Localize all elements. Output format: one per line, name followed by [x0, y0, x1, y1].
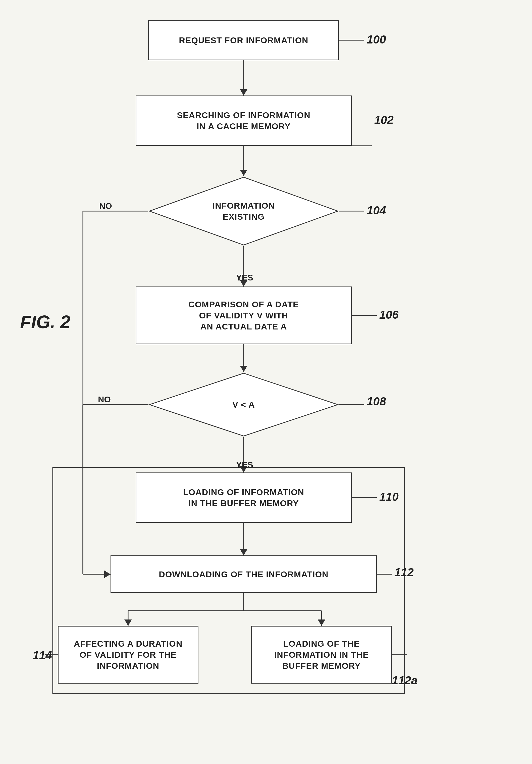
- node-100: REQUEST FOR INFORMATION: [148, 20, 339, 60]
- node-108-text: V < A: [232, 399, 255, 410]
- svg-marker-11: [240, 366, 247, 372]
- node-106: COMPARISON OF A DATE OF VALIDITY V WITH …: [136, 286, 352, 344]
- node-110: LOADING OF INFORMATION IN THE BUFFER MEM…: [136, 473, 352, 523]
- fig-label: FIG. 2: [20, 312, 70, 332]
- svg-marker-1: [240, 89, 247, 96]
- ref-102: 102: [374, 113, 394, 127]
- ref-110: 110: [379, 490, 399, 504]
- node-108: V < A: [148, 372, 339, 437]
- no-label-108: NO: [98, 395, 111, 404]
- svg-marker-22: [124, 620, 132, 626]
- node-114: AFFECTING A DURATION OF VALIDITY FOR THE…: [58, 626, 199, 683]
- svg-marker-3: [240, 170, 247, 176]
- svg-marker-17: [240, 549, 247, 555]
- svg-marker-25: [318, 620, 325, 626]
- no-label-104: NO: [99, 201, 112, 211]
- node-112a: LOADING OF THE INFORMATION IN THE BUFFER…: [251, 626, 392, 683]
- ref-106: 106: [379, 308, 399, 321]
- node-104-text: INFORMATION EXISTING: [212, 200, 275, 222]
- ref-100: 100: [367, 33, 386, 46]
- yes-label-108: YES: [236, 460, 253, 470]
- node-104: INFORMATION EXISTING: [148, 176, 339, 246]
- node-112: DOWNLOADING OF THE INFORMATION: [110, 555, 377, 593]
- node-102: SEARCHING OF INFORMATION IN A CACHE MEMO…: [136, 96, 352, 146]
- diagram-container: FIG. 2: [0, 0, 532, 764]
- ref-112: 112: [394, 565, 414, 579]
- yes-label-104: YES: [236, 273, 253, 283]
- ref-104: 104: [367, 204, 386, 217]
- ref-112a: 112a: [392, 673, 418, 687]
- ref-114: 114: [33, 649, 52, 662]
- ref-108: 108: [367, 395, 386, 408]
- svg-marker-7: [104, 570, 110, 578]
